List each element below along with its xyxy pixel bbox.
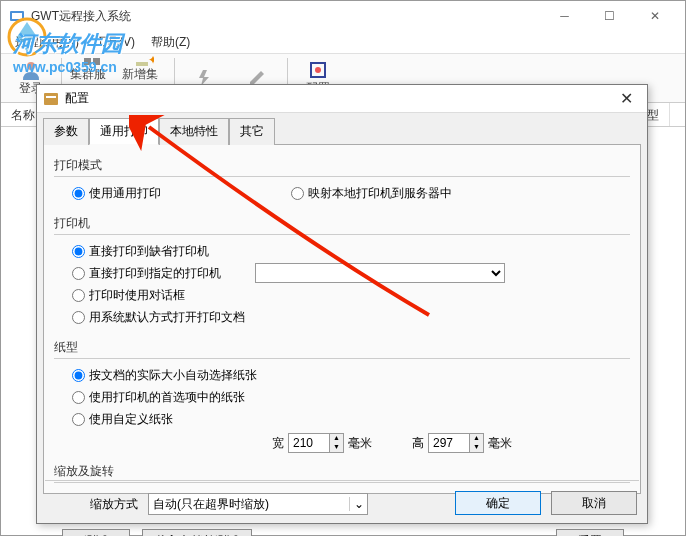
svg-rect-12 — [46, 96, 56, 98]
radio-printer-dialog[interactable]: 打印时使用对话框 — [72, 285, 630, 305]
maximize-button[interactable]: ☐ — [587, 2, 632, 30]
close-button[interactable]: ✕ — [632, 2, 677, 30]
spin-up-icon[interactable]: ▲ — [469, 434, 483, 443]
printer-label: 打印机 — [54, 215, 630, 232]
paper-label: 纸型 — [54, 339, 630, 356]
main-title: GWT远程接入系统 — [31, 8, 542, 25]
height-label: 高 — [412, 435, 424, 452]
width-input[interactable]: 210▲▼ — [288, 433, 344, 453]
minimize-button[interactable]: ─ — [542, 2, 587, 30]
spin-up-icon[interactable]: ▲ — [329, 434, 343, 443]
tab-universal-print[interactable]: 通用打印 — [89, 118, 159, 145]
radio-printer-sysdefault[interactable]: 用系统默认方式打开打印文档 — [72, 307, 630, 327]
height-unit: 毫米 — [488, 435, 512, 452]
user-icon — [21, 60, 41, 80]
paper-dimensions: 宽 210▲▼ 毫米 高 297▲▼ 毫米 — [272, 433, 630, 453]
cancel-button[interactable]: 取消 — [551, 491, 637, 515]
ok-button[interactable]: 确定 — [455, 491, 541, 515]
radio-paper-custom[interactable]: 使用自定义纸张 — [72, 409, 630, 429]
tab-local[interactable]: 本地特性 — [159, 118, 229, 145]
menu-bar: 远程应用(X) 工具(V) 帮助(Z) — [1, 31, 685, 53]
radio-mapped-print[interactable]: 映射本地打印机到服务器中 — [291, 183, 452, 203]
config-dialog: 配置 ✕ 参数 通用打印 本地特性 其它 打印模式 使用通用打印 映射本地打印机… — [36, 84, 648, 524]
svg-text:✦: ✦ — [148, 56, 154, 66]
svg-rect-4 — [84, 58, 91, 65]
svg-rect-11 — [44, 93, 58, 105]
watermark-logo-icon — [7, 17, 47, 57]
window-controls: ─ ☐ ✕ — [542, 2, 677, 30]
reset-button[interactable]: 重置 — [556, 529, 624, 536]
paper-section: 按文档的实际大小自动选择纸张 使用打印机的首选项中的纸张 使用自定义纸张 宽 2… — [54, 358, 630, 459]
menu-help[interactable]: 帮助(Z) — [145, 32, 196, 53]
config-icon — [308, 60, 328, 80]
new-cluster-icon: ✦ — [134, 56, 154, 66]
spin-down-icon[interactable]: ▼ — [329, 443, 343, 452]
radio-printer-specified[interactable]: 直接打印到指定的打印机 — [72, 265, 221, 282]
scale-method-select[interactable]: 自动(只在超界时缩放) ⌄ — [148, 493, 368, 515]
dialog-footer: 确定 取消 — [455, 491, 637, 515]
tab-content: 打印模式 使用通用打印 映射本地打印机到服务器中 打印机 直接打印到缺省打印机 … — [43, 144, 641, 494]
main-titlebar: GWT远程接入系统 ─ ☐ ✕ — [1, 1, 685, 31]
width-unit: 毫米 — [348, 435, 372, 452]
load-test-button[interactable]: 载入文档并测试 — [142, 529, 252, 536]
dialog-close-button[interactable]: ✕ — [611, 89, 641, 108]
print-mode-section: 使用通用打印 映射本地打印机到服务器中 — [54, 176, 630, 211]
radio-printer-default[interactable]: 直接打印到缺省打印机 — [72, 241, 630, 261]
tab-other[interactable]: 其它 — [229, 118, 275, 145]
cluster-icon — [82, 56, 102, 66]
radio-paper-auto[interactable]: 按文档的实际大小自动选择纸张 — [72, 365, 630, 385]
radio-paper-printer[interactable]: 使用打印机的首选项中的纸张 — [72, 387, 630, 407]
svg-rect-5 — [93, 58, 100, 65]
menu-tools[interactable]: 工具(V) — [89, 32, 141, 53]
tab-params[interactable]: 参数 — [43, 118, 89, 145]
width-label: 宽 — [272, 435, 284, 452]
test-button-row: 测试 载入文档并测试 重置 — [54, 529, 630, 536]
chevron-down-icon: ⌄ — [349, 497, 367, 511]
footer-separator — [45, 480, 639, 481]
scale-method-label: 缩放方式 — [90, 496, 138, 513]
dialog-title: 配置 — [65, 90, 89, 107]
print-mode-label: 打印模式 — [54, 157, 630, 174]
dialog-icon — [43, 91, 59, 107]
spin-down-icon[interactable]: ▼ — [469, 443, 483, 452]
printer-section: 直接打印到缺省打印机 直接打印到指定的打印机 打印时使用对话框 用系统默认方式打… — [54, 234, 630, 335]
svg-point-3 — [27, 62, 35, 70]
height-input[interactable]: 297▲▼ — [428, 433, 484, 453]
radio-universal-print[interactable]: 使用通用打印 — [72, 183, 161, 203]
scale-label: 缩放及旋转 — [54, 463, 630, 480]
tab-strip: 参数 通用打印 本地特性 其它 — [37, 117, 647, 144]
printer-select[interactable] — [255, 263, 505, 283]
test-button[interactable]: 测试 — [62, 529, 130, 536]
svg-point-10 — [315, 67, 321, 73]
dialog-titlebar: 配置 ✕ — [37, 85, 647, 113]
